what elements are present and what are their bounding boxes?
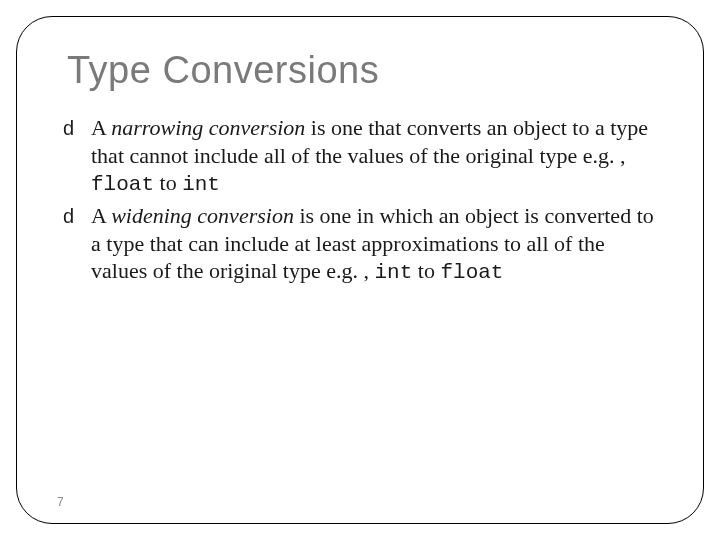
- bullet-joiner: to: [154, 170, 182, 195]
- bullet-icon: d: [63, 116, 74, 141]
- bullet-item: d A widening conversion is one in which …: [63, 202, 663, 286]
- bullet-term: widening conversion: [111, 203, 294, 228]
- bullet-pre: A: [91, 203, 111, 228]
- slide-frame: Type Conversions d A narrowing conversio…: [16, 16, 704, 524]
- bullet-icon: d: [63, 204, 74, 229]
- code-token: int: [182, 173, 220, 196]
- page-title: Type Conversions: [67, 49, 663, 92]
- bullet-item: d A narrowing conversion is one that con…: [63, 114, 663, 198]
- bullet-term: narrowing conversion: [111, 115, 305, 140]
- code-token: int: [374, 261, 412, 284]
- bullet-pre: A: [91, 115, 111, 140]
- code-token: float: [440, 261, 503, 284]
- bullet-joiner: to: [412, 258, 440, 283]
- body-text: d A narrowing conversion is one that con…: [57, 114, 663, 287]
- code-token: float: [91, 173, 154, 196]
- page-number: 7: [57, 495, 64, 509]
